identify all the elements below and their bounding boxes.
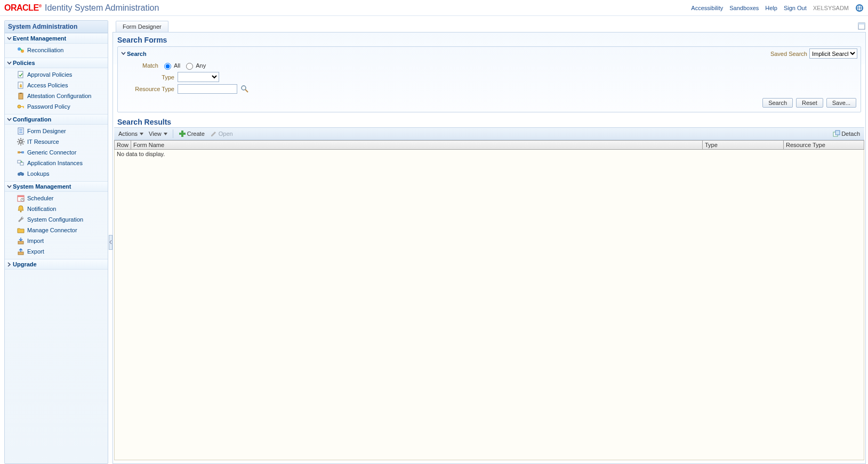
actions-menu[interactable]: Actions xyxy=(116,129,146,138)
tab-label: Form Designer xyxy=(123,23,162,30)
dropdown-icon xyxy=(140,132,143,136)
reset-button[interactable]: Reset xyxy=(796,98,823,108)
col-type[interactable]: Type xyxy=(703,141,784,149)
reconciliation-icon xyxy=(17,46,25,54)
svg-rect-26 xyxy=(18,196,24,197)
sidebar-title: System Administration xyxy=(5,21,108,33)
chevron-down-icon xyxy=(7,61,12,66)
content-pane: Search Forms Search Saved Search Implici… xyxy=(112,32,866,464)
empty-message: No data to display. xyxy=(117,151,165,157)
sidebar-item-manage-connector[interactable]: Manage Connector xyxy=(5,225,108,235)
sidebar-item-it-resource[interactable]: IT Resource xyxy=(5,136,108,147)
globe-icon[interactable] xyxy=(855,4,864,12)
sidebar-item-label: Password Policy xyxy=(27,103,70,110)
search-section-title: Search xyxy=(127,51,147,57)
match-all-label: All xyxy=(174,62,180,69)
type-select[interactable] xyxy=(178,72,219,82)
export-icon xyxy=(17,247,25,256)
saved-search-select[interactable]: Implicit Search xyxy=(809,48,857,59)
svg-point-33 xyxy=(242,86,246,90)
match-any-radio[interactable] xyxy=(186,63,193,70)
svg-rect-14 xyxy=(19,132,22,133)
maximize-icon[interactable] xyxy=(857,22,866,30)
sidebar-item-import[interactable]: Import xyxy=(5,235,108,246)
view-menu[interactable]: View xyxy=(147,129,170,138)
sidebar-item-notification[interactable]: Notification xyxy=(5,203,108,214)
calendar-icon xyxy=(17,194,25,202)
svg-rect-29 xyxy=(18,241,23,244)
current-user: XELSYSADM xyxy=(813,5,849,11)
sidebar-item-label: Scheduler xyxy=(27,195,54,201)
lock-doc-icon xyxy=(17,81,25,89)
chevron-down-icon[interactable] xyxy=(121,51,126,56)
svg-rect-32 xyxy=(858,23,865,25)
sidebar-item-label: Approval Policies xyxy=(27,71,72,78)
match-all-radio[interactable] xyxy=(164,63,171,70)
group-upgrade[interactable]: Upgrade xyxy=(5,259,108,270)
col-resource-type[interactable]: Resource Type xyxy=(784,141,864,149)
header-links: Accessibility Sandboxes Help Sign Out XE… xyxy=(691,4,864,12)
pencil-icon xyxy=(210,130,218,137)
svg-rect-24 xyxy=(20,172,22,173)
svg-rect-21 xyxy=(20,162,23,165)
save-button[interactable]: Save... xyxy=(826,98,856,108)
main-area: Form Designer Search Forms Search Saved … xyxy=(112,20,868,464)
group-policies[interactable]: Policies xyxy=(5,58,108,68)
sidebar-item-scheduler[interactable]: Scheduler xyxy=(5,193,108,203)
sidebar-item-reconciliation[interactable]: Reconciliation xyxy=(5,45,108,55)
splitter[interactable] xyxy=(108,20,112,464)
group-label: Configuration xyxy=(13,116,51,123)
open-button[interactable]: Open xyxy=(208,129,235,139)
sidebar-item-attestation-configuration[interactable]: Attestation Configuration xyxy=(5,91,108,101)
sidebar-item-access-policies[interactable]: Access Policies xyxy=(5,80,108,91)
import-icon xyxy=(17,237,25,245)
link-help[interactable]: Help xyxy=(765,5,777,11)
group-configuration[interactable]: Configuration xyxy=(5,114,108,125)
page-title: Search Forms xyxy=(113,32,865,46)
app-title: Identity System Administration xyxy=(45,3,159,13)
sidebar-item-approval-policies[interactable]: Approval Policies xyxy=(5,69,108,80)
svg-rect-7 xyxy=(20,93,22,94)
search-button[interactable]: Search xyxy=(762,98,793,108)
svg-rect-13 xyxy=(19,131,22,132)
doc-check-icon xyxy=(17,70,25,79)
tab-form-designer[interactable]: Form Designer xyxy=(116,21,168,32)
svg-rect-12 xyxy=(19,129,22,130)
group-label: System Management xyxy=(13,183,71,190)
binoculars-icon xyxy=(17,169,25,178)
group-label: Policies xyxy=(13,60,35,66)
group-event-management[interactable]: Event Management xyxy=(5,33,108,44)
col-row[interactable]: Row xyxy=(115,141,131,149)
wrench-icon xyxy=(17,215,25,224)
sidebar-item-password-policy[interactable]: Password Policy xyxy=(5,101,108,112)
svg-point-8 xyxy=(18,105,21,108)
plus-icon xyxy=(179,130,186,137)
clipboard-icon xyxy=(17,92,25,100)
sidebar-item-label: IT Resource xyxy=(27,139,59,145)
grid-header: Row Form Name Type Resource Type xyxy=(114,140,864,150)
link-accessibility[interactable]: Accessibility xyxy=(691,5,723,11)
results-title: Search Results xyxy=(113,116,865,127)
sidebar-item-lookups[interactable]: Lookups xyxy=(5,168,108,179)
detach-icon xyxy=(833,130,840,137)
sidebar-item-export[interactable]: Export xyxy=(5,246,108,257)
sidebar-item-label: Manage Connector xyxy=(27,227,77,233)
col-form-name[interactable]: Form Name xyxy=(131,141,703,149)
collapse-sidebar-button[interactable] xyxy=(109,235,112,250)
sidebar-item-generic-connector[interactable]: Generic Connector xyxy=(5,147,108,158)
svg-rect-6 xyxy=(19,93,23,99)
link-sandboxes[interactable]: Sandboxes xyxy=(729,5,759,11)
group-system-management[interactable]: System Management xyxy=(5,181,108,192)
group-label: Event Management xyxy=(13,35,66,42)
lookup-icon[interactable] xyxy=(240,85,249,93)
sidebar-item-form-designer[interactable]: Form Designer xyxy=(5,126,108,136)
detach-button[interactable]: Detach xyxy=(831,129,862,139)
sidebar-item-application-instances[interactable]: Application Instances xyxy=(5,158,108,168)
link-signout[interactable]: Sign Out xyxy=(784,5,807,11)
sidebar-item-system-configuration[interactable]: System Configuration xyxy=(5,214,108,225)
svg-rect-5 xyxy=(20,85,22,87)
chevron-right-icon xyxy=(7,262,12,267)
create-button[interactable]: Create xyxy=(176,129,207,139)
sidebar-item-label: Import xyxy=(27,238,44,244)
resource-type-input[interactable] xyxy=(178,84,237,94)
